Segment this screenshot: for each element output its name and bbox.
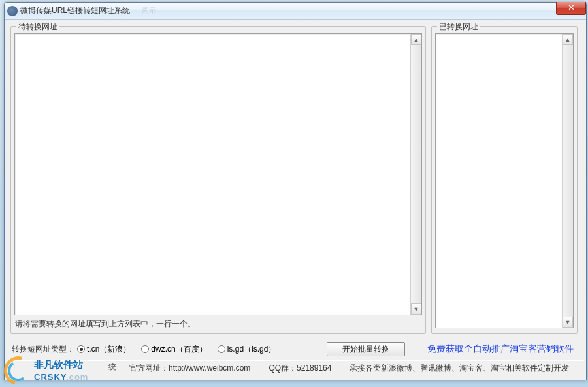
options-label: 转换短网址类型： [12, 344, 74, 355]
radio-tcn[interactable]: t.cn（新浪） [77, 344, 131, 355]
titlebar[interactable]: 微博传媒URL链接转短网址系统 周示 ✕ [5, 3, 586, 20]
close-button[interactable]: ✕ [556, 2, 586, 15]
convert-button[interactable]: 开始批量转换 [327, 342, 405, 356]
options-row: 转换短网址类型： t.cn（新浪） dwz.cn（百度） is.gd（is.gd… [12, 342, 580, 356]
client-area: 待转换网址 ▲ ▼ 请将需要转换的网址填写到上方列表中，一行一个。 已转换网址 … [7, 20, 584, 378]
pending-textarea-wrap: ▲ ▼ [14, 33, 422, 315]
scrollbar-pending[interactable]: ▲ ▼ [410, 34, 421, 315]
background-app-hint: 周示 [142, 6, 156, 16]
scrollbar-converted[interactable]: ▲ ▼ [562, 34, 573, 328]
radio-dwz[interactable]: dwz.cn（百度） [141, 344, 206, 355]
scroll-down-icon[interactable]: ▼ [563, 317, 573, 328]
group-converted-label: 已转换网址 [437, 22, 480, 33]
window-title: 微博传媒URL链接转短网址系统 [20, 5, 130, 16]
footer: 官方网址：http://www.weibcm.com QQ群：52189164 … [7, 362, 584, 374]
radio-icon [218, 345, 225, 353]
group-converted-urls: 已转换网址 ▲ ▼ [431, 26, 578, 334]
radio-isgd-label: is.gd（is.gd） [227, 344, 276, 355]
group-pending-urls: 待转换网址 ▲ ▼ 请将需要转换的网址填写到上方列表中，一行一个。 [10, 26, 426, 334]
separator [7, 360, 584, 361]
group-pending-label: 待转换网址 [16, 22, 59, 33]
pending-urls-input[interactable] [16, 35, 409, 313]
promo-link[interactable]: 免费获取全自动推广淘宝客营销软件 [427, 343, 574, 355]
radio-icon [77, 345, 85, 353]
radio-isgd[interactable]: is.gd（is.gd） [218, 344, 276, 355]
converted-textarea-wrap: ▲ ▼ [435, 33, 574, 328]
scroll-down-icon[interactable]: ▼ [411, 303, 421, 315]
scroll-up-icon[interactable]: ▲ [563, 34, 573, 45]
scroll-up-icon[interactable]: ▲ [411, 34, 421, 45]
radio-dwz-label: dwz.cn（百度） [151, 344, 206, 355]
footer-tail-char: 统 [108, 362, 116, 373]
footer-biz: 承接各类新浪微博、腾讯微博、淘宝客、淘宝相关软件定制开发 [350, 363, 569, 374]
app-window: 微博传媒URL链接转短网址系统 周示 ✕ 待转换网址 ▲ ▼ 请将需要转换的网址… [4, 2, 587, 380]
app-icon [7, 6, 18, 16]
radio-icon [141, 345, 149, 353]
converted-urls-output[interactable] [437, 35, 561, 326]
pending-hint: 请将需要转换的网址填写到上方列表中，一行一个。 [15, 318, 195, 330]
radio-tcn-label: t.cn（新浪） [87, 344, 131, 355]
footer-site: 官方网址：http://www.weibcm.com [129, 363, 250, 374]
footer-qq: QQ群：52189164 [269, 363, 331, 374]
